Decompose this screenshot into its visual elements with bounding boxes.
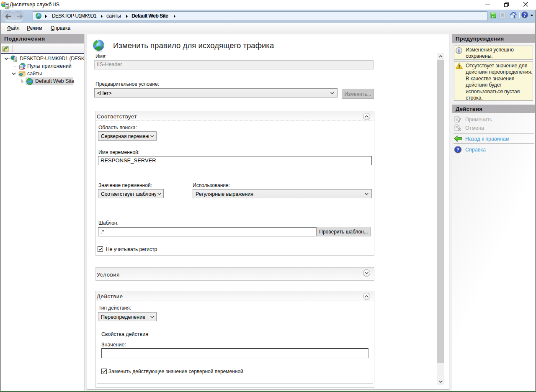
svg-text:?: ?	[457, 147, 459, 153]
svg-text:?: ?	[523, 12, 526, 18]
